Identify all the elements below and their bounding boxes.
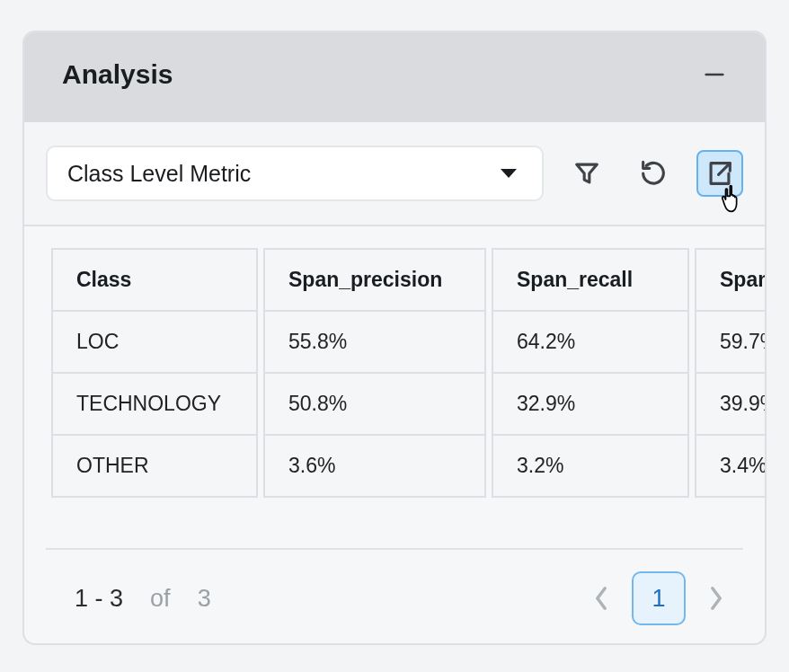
cell-precision: 50.8% [263, 374, 486, 436]
cursor-hand-icon [718, 184, 749, 215]
cell-precision: 55.8% [263, 312, 486, 374]
cell-f1: 39.9% [695, 374, 765, 436]
of-word: of [150, 585, 171, 612]
filter-icon [572, 158, 602, 189]
cell-recall: 32.9% [492, 374, 689, 436]
export-icon [705, 158, 735, 189]
export-button[interactable] [696, 150, 743, 197]
table-row: OTHER 3.6% 3.2% 3.4% [51, 436, 765, 498]
col-precision: Span_precision [263, 248, 486, 312]
card-title: Analysis [62, 59, 173, 90]
next-page-button[interactable] [700, 582, 732, 615]
filter-button[interactable] [563, 150, 610, 197]
table-wrap: Class Span_precision Span_recall Span_ L… [24, 226, 765, 498]
metric-select[interactable]: Class Level Metric [46, 146, 544, 201]
card-header: Analysis [24, 32, 765, 122]
table-row: TECHNOLOGY 50.8% 32.9% 39.9% [51, 374, 765, 436]
cell-class: OTHER [51, 436, 258, 498]
analysis-card: Analysis Class Level Metric [22, 31, 767, 645]
pagination-range: 1 - 3 of 3 [46, 585, 211, 613]
prev-page-button[interactable] [585, 582, 617, 615]
cell-f1: 59.7% [695, 312, 765, 374]
range-total: 3 [198, 585, 211, 612]
metrics-table: Class Span_precision Span_recall Span_ L… [46, 248, 765, 498]
chevron-right-icon [708, 586, 724, 611]
controls-bar: Class Level Metric [24, 122, 765, 226]
table-row: LOC 55.8% 64.2% 59.7% [51, 312, 765, 374]
chevron-down-icon [501, 169, 517, 178]
cell-recall: 64.2% [492, 312, 689, 374]
cell-f1: 3.4% [695, 436, 765, 498]
cell-recall: 3.2% [492, 436, 689, 498]
col-class: Class [51, 248, 258, 312]
range-numbers: 1 - 3 [75, 585, 123, 612]
refresh-icon [638, 158, 669, 189]
cell-class: LOC [51, 312, 258, 374]
table-header-row: Class Span_precision Span_recall Span_ [51, 248, 765, 312]
pagination-controls: 1 [585, 571, 743, 625]
cell-class: TECHNOLOGY [51, 374, 258, 436]
metric-select-label: Class Level Metric [67, 161, 251, 187]
table-footer: 1 - 3 of 3 1 [46, 548, 743, 625]
collapse-button[interactable] [702, 62, 727, 87]
refresh-button[interactable] [630, 150, 677, 197]
col-f1: Span_ [695, 248, 765, 312]
cell-precision: 3.6% [263, 436, 486, 498]
page-number-label: 1 [652, 585, 665, 613]
chevron-left-icon [593, 586, 609, 611]
col-recall: Span_recall [492, 248, 689, 312]
page-number-button[interactable]: 1 [632, 571, 686, 625]
